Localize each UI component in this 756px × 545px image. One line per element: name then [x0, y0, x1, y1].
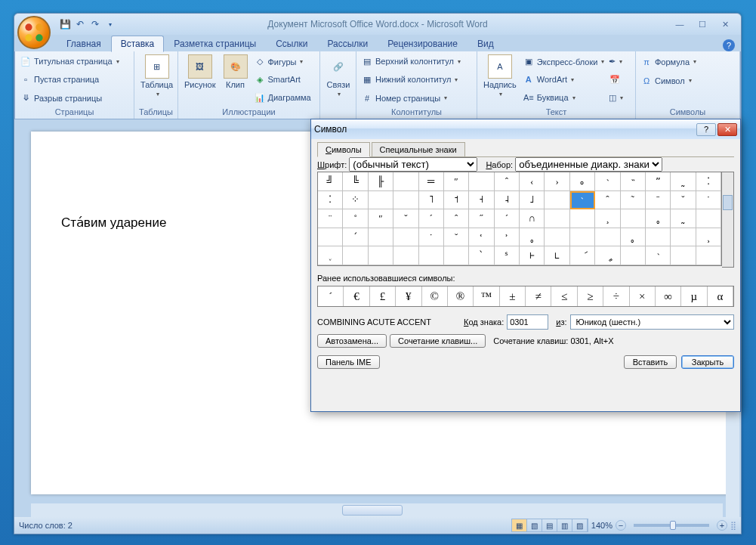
char-cell[interactable]: ˴ [646, 246, 671, 265]
tab-special-chars[interactable]: Специальные знаки [372, 142, 465, 157]
char-cell[interactable]: ⁚ [696, 172, 721, 191]
picture-button[interactable]: 🖼Рисунок [181, 53, 219, 107]
char-cell[interactable]: ˊ [343, 228, 368, 247]
page-break-button[interactable]: ⤋Разрыв страницы [18, 91, 131, 105]
smartart-button[interactable]: ◈SmartArt [252, 73, 313, 86]
set-select[interactable]: объединенные диакр. знаки [515, 157, 662, 172]
zoom-in-button[interactable]: + [717, 520, 727, 531]
dropcap-button[interactable]: A≡Буквица▾ [521, 91, 606, 104]
recent-char-cell[interactable]: µ [681, 286, 707, 306]
insert-button[interactable]: Вставить [624, 355, 677, 369]
minimize-button[interactable]: — [671, 19, 688, 30]
quick-parts-button[interactable]: ▣Экспресс-блоки▾ [521, 55, 606, 69]
char-cell[interactable] [369, 191, 393, 210]
recent-char-cell[interactable]: ™ [474, 286, 499, 306]
char-cell[interactable] [393, 191, 418, 210]
header-button[interactable]: ▤Верхний колонтитул▾ [359, 54, 474, 68]
char-cell[interactable]: ˚ [343, 209, 368, 228]
char-cell[interactable]: ˋ [469, 246, 494, 265]
recent-char-cell[interactable]: ´ [318, 286, 344, 306]
save-icon[interactable]: 💾 [58, 17, 72, 31]
recent-char-cell[interactable]: ± [500, 286, 526, 306]
char-cell[interactable]: ‹ [520, 172, 545, 191]
tab-page-layout[interactable]: Разметка страницы [164, 36, 266, 51]
tab-symbols-dlg[interactable]: Символы [317, 142, 370, 157]
char-cell[interactable]: ´ [419, 209, 444, 228]
char-cell[interactable]: ˵ [621, 172, 646, 191]
clip-button[interactable]: 🎨Клип [221, 53, 251, 107]
wordart-button[interactable]: AWordArt▾ [521, 73, 606, 86]
char-cell[interactable] [444, 246, 469, 265]
resize-grip-icon[interactable]: ⣿ [730, 521, 736, 531]
char-cell[interactable]: ˷ [671, 209, 696, 228]
office-button[interactable] [17, 16, 51, 49]
char-cell[interactable]: ⁘ [343, 191, 368, 210]
char-cell[interactable]: ˴ [595, 172, 620, 191]
recent-symbols[interactable]: ´€£¥©®™±≠≤≥÷×∞µα [317, 286, 734, 307]
char-cell[interactable] [393, 172, 418, 191]
zoom-slider[interactable] [634, 524, 709, 527]
char-cell[interactable]: ″ [369, 209, 393, 228]
char-cell[interactable]: ╝ [318, 172, 343, 191]
char-cell[interactable]: ˳ [646, 209, 671, 228]
char-cell[interactable] [646, 228, 671, 247]
char-cell[interactable]: ˜ [621, 191, 646, 210]
cover-page-button[interactable]: 📄Титульная страница▾ [18, 54, 131, 68]
char-cell[interactable]: ″ [444, 172, 469, 191]
textbox-button[interactable]: AНадпись▾ [480, 53, 520, 107]
char-cell[interactable]: ˒ [495, 228, 520, 247]
char-cell[interactable]: ˩ [520, 191, 545, 210]
qat-dropdown-icon[interactable]: ▾ [103, 17, 117, 31]
char-cell[interactable]: ˳ [520, 228, 545, 247]
char-cell[interactable]: ˆ [444, 209, 469, 228]
char-cell[interactable] [545, 228, 569, 247]
char-cell[interactable]: ˷ [671, 172, 696, 191]
char-cell[interactable]: ˳ [621, 228, 646, 247]
char-cell[interactable]: ´ [495, 209, 520, 228]
zoom-out-button[interactable]: − [616, 520, 626, 531]
symbol-button[interactable]: ΩСимвол▾ [639, 74, 736, 88]
ime-panel-button[interactable]: Панель IME [317, 355, 380, 369]
tab-references[interactable]: Ссылки [266, 36, 317, 51]
recent-char-cell[interactable]: € [344, 286, 369, 306]
char-cell[interactable]: › [545, 172, 569, 191]
recent-char-cell[interactable]: ∞ [656, 286, 681, 306]
view-buttons[interactable]: ▦▧▤▥▨ [511, 519, 588, 532]
dialog-titlebar[interactable]: Символ ? ✕ [311, 119, 740, 139]
char-cell[interactable]: ═ [419, 172, 444, 191]
char-cell[interactable]: ˥ [419, 191, 444, 210]
recent-char-cell[interactable]: ≤ [551, 286, 577, 306]
char-cell[interactable]: ˨ [495, 191, 520, 210]
dialog-help-button[interactable]: ? [696, 123, 716, 136]
horizontal-scrollbar[interactable] [31, 503, 723, 517]
recent-char-cell[interactable]: © [422, 286, 448, 306]
char-cell[interactable]: ˫ [520, 246, 545, 265]
recent-char-cell[interactable]: ≠ [526, 286, 551, 306]
char-cell[interactable]: ⁚ [318, 191, 343, 210]
char-cell[interactable]: ˝ [469, 209, 494, 228]
char-cell[interactable]: ˙ [696, 191, 721, 210]
char-cell[interactable]: ˘ [671, 191, 696, 210]
char-cell[interactable]: ¨ [318, 209, 343, 228]
recent-char-cell[interactable]: ÷ [603, 286, 629, 306]
redo-icon[interactable]: ↷ [88, 17, 102, 31]
char-cell[interactable]: ˢ [495, 246, 520, 265]
datetime-button[interactable]: 📅 [607, 73, 622, 86]
autocorrect-button[interactable]: Автозамена... [317, 334, 387, 348]
char-cell[interactable]: ަ [570, 246, 595, 265]
char-cell[interactable]: ˆ [495, 172, 520, 191]
char-cell[interactable] [696, 209, 721, 228]
char-cell[interactable] [570, 209, 595, 228]
grid-scrollbar[interactable] [722, 172, 734, 268]
char-cell[interactable]: ˇ [393, 209, 418, 228]
char-cell[interactable] [621, 209, 646, 228]
char-cell[interactable] [671, 246, 696, 265]
recent-char-cell[interactable]: ® [448, 286, 474, 306]
tab-view[interactable]: Вид [467, 36, 504, 51]
recent-char-cell[interactable]: £ [370, 286, 396, 306]
signature-button[interactable]: ✒▾ [607, 55, 622, 69]
char-cell[interactable]: ╚ [343, 172, 368, 191]
close-dialog-button[interactable]: Закрыть [681, 355, 734, 369]
zoom-level[interactable]: 140% [591, 521, 613, 530]
formula-button[interactable]: πФормула▾ [639, 55, 736, 69]
